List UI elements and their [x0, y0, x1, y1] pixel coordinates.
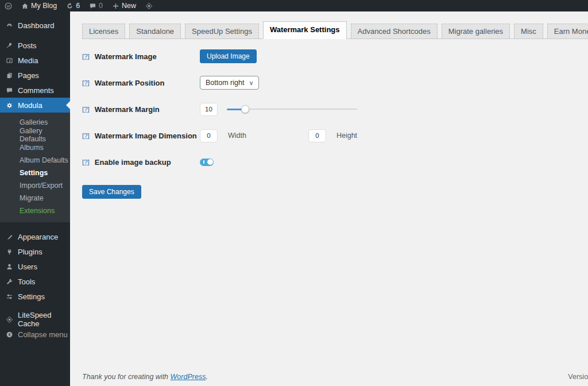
row-watermark-position: [?] Watermark Position Bottom right ∨: [82, 76, 588, 90]
site-name-link[interactable]: My Blog: [17, 0, 61, 11]
field-label: Watermark Margin: [95, 105, 160, 114]
litespeed-diamond-icon: [5, 316, 13, 323]
sidebar-item-settings[interactable]: Settings: [0, 289, 70, 304]
row-enable-image-backup: [?] Enable image backup: [82, 155, 588, 169]
comment-count: 0: [99, 2, 103, 10]
help-icon[interactable]: [?]: [82, 53, 90, 60]
pushpin-icon: [5, 42, 13, 49]
submenu-item-settings[interactable]: Settings: [0, 167, 70, 179]
row-watermark-dimension: [?] Watermark Image Dimension Width Heig…: [82, 129, 588, 142]
sidebar-item-label: Collapse menu: [18, 330, 68, 339]
upload-image-button[interactable]: Upload Image: [200, 49, 257, 63]
home-icon: [21, 2, 29, 10]
sidebar-item-label: Posts: [18, 41, 37, 50]
sidebar-item-pages[interactable]: Pages: [0, 68, 70, 83]
admin-footer: Thank you for creating with WordPress. V…: [70, 373, 588, 386]
tab-migrate-galleries[interactable]: Migrate galleries: [442, 24, 510, 38]
comment-bubble-icon: [5, 87, 13, 94]
updates-icon: [66, 2, 74, 10]
sidebar-item-tools[interactable]: Tools: [0, 274, 70, 289]
main-content: Licenses Standalone SpeedUp Settings Wat…: [70, 11, 588, 386]
selected-option: Bottom right: [206, 79, 244, 87]
sidebar-item-label: Pages: [18, 71, 39, 80]
comments-link[interactable]: 0: [84, 0, 107, 11]
footer-version: Version 5.6: [568, 373, 588, 381]
sidebar-item-comments[interactable]: Comments: [0, 83, 70, 98]
collapse-arrow-icon: [5, 331, 13, 338]
sidebar-item-media[interactable]: Media: [0, 53, 70, 68]
new-content-menu[interactable]: New: [107, 0, 141, 11]
sidebar-item-label: Users: [18, 263, 37, 271]
litespeed-toolbar-menu[interactable]: [141, 0, 157, 11]
tab-earn-money[interactable]: Earn Money: [547, 24, 588, 38]
height-label: Height: [336, 132, 357, 140]
field-label: Enable image backup: [95, 158, 171, 167]
wordpress-link[interactable]: WordPress: [171, 373, 206, 381]
watermark-margin-input[interactable]: [200, 103, 218, 116]
sidebar-item-label: Appearance: [18, 233, 58, 241]
sidebar-item-posts[interactable]: Posts: [0, 38, 70, 53]
sidebar-item-dashboard[interactable]: Dashboard: [0, 18, 70, 33]
submenu-item-extensions[interactable]: Extensions: [0, 204, 70, 217]
help-icon[interactable]: [?]: [82, 132, 90, 139]
field-label: Watermark Position: [95, 79, 165, 87]
admin-bar: W My Blog 6 0 New: [0, 0, 588, 11]
tab-misc[interactable]: Misc: [514, 24, 543, 38]
width-label: Width: [228, 132, 246, 140]
help-icon[interactable]: [?]: [82, 79, 90, 86]
settings-tab-bar: Licenses Standalone SpeedUp Settings Wat…: [82, 21, 588, 39]
wordpress-menu[interactable]: W: [0, 0, 17, 11]
comments-bubble-icon: [89, 2, 96, 10]
sidebar-item-litespeed-cache[interactable]: LiteSpeed Cache: [0, 312, 70, 327]
updates-link[interactable]: 6: [61, 0, 84, 11]
watermark-settings-form: [?] Watermark Image Upload Image [?] Wat…: [82, 49, 588, 182]
tab-speedup-settings[interactable]: SpeedUp Settings: [185, 24, 259, 38]
sidebar-item-label: Dashboard: [18, 21, 55, 30]
submenu-item-import-export[interactable]: Import/Export: [0, 179, 70, 192]
plug-icon: [5, 248, 13, 256]
footer-period: .: [206, 373, 207, 381]
sidebar-item-plugins[interactable]: Plugins: [0, 244, 70, 259]
sidebar-item-label: Media: [18, 56, 38, 65]
sidebar-item-appearance[interactable]: Appearance: [0, 229, 70, 244]
update-count: 6: [76, 2, 80, 10]
sidebar-item-users[interactable]: Users: [0, 259, 70, 274]
field-label: Watermark Image Dimension: [95, 132, 197, 140]
footer-thanks: Thank you for creating with WordPress.: [82, 373, 208, 381]
watermark-margin-slider[interactable]: [227, 105, 357, 114]
modula-flower-icon: [5, 102, 13, 109]
enable-backup-toggle[interactable]: [200, 159, 214, 166]
watermark-width-input[interactable]: [200, 129, 218, 142]
svg-text:W: W: [7, 3, 10, 7]
sidebar-item-label: Plugins: [18, 248, 42, 256]
new-label: New: [122, 2, 136, 10]
active-menu-arrow: [62, 101, 70, 109]
watermark-position-select[interactable]: Bottom right ∨: [200, 76, 259, 90]
watermark-height-input[interactable]: [308, 129, 326, 142]
row-watermark-image: [?] Watermark Image Upload Image: [82, 49, 588, 63]
submenu-item-albums[interactable]: Albums: [0, 141, 70, 154]
user-icon: [5, 263, 13, 271]
tab-licenses[interactable]: Licenses: [82, 24, 125, 38]
help-icon[interactable]: [?]: [82, 159, 90, 165]
submenu-item-migrate[interactable]: Migrate: [0, 192, 70, 204]
tab-advanced-shortcodes[interactable]: Advanced Shortcodes: [351, 24, 438, 38]
toggle-knob: [207, 159, 213, 165]
collapse-menu-button[interactable]: Collapse menu: [0, 327, 70, 342]
tab-standalone[interactable]: Standalone: [129, 24, 181, 38]
row-watermark-margin: [?] Watermark Margin: [82, 102, 588, 116]
media-icon: [5, 57, 13, 64]
sidebar-item-label: Tools: [18, 277, 35, 286]
plus-icon: [112, 2, 119, 10]
submenu-item-gallery-defaults[interactable]: Gallery Defaults: [0, 129, 70, 141]
tab-watermark-settings[interactable]: Watermark Settings: [263, 21, 347, 39]
save-changes-button[interactable]: Save Changes: [82, 185, 141, 199]
wordpress-logo-icon: W: [5, 2, 12, 10]
sidebar-item-modula[interactable]: Modula: [0, 98, 70, 113]
wrench-icon: [5, 278, 13, 285]
slider-handle[interactable]: [241, 105, 249, 113]
sidebar-item-label: Settings: [18, 292, 45, 301]
help-icon[interactable]: [?]: [82, 106, 90, 113]
toggle-on-mark: [203, 160, 204, 164]
submenu-item-album-defaults[interactable]: Album Defaults: [0, 154, 70, 167]
